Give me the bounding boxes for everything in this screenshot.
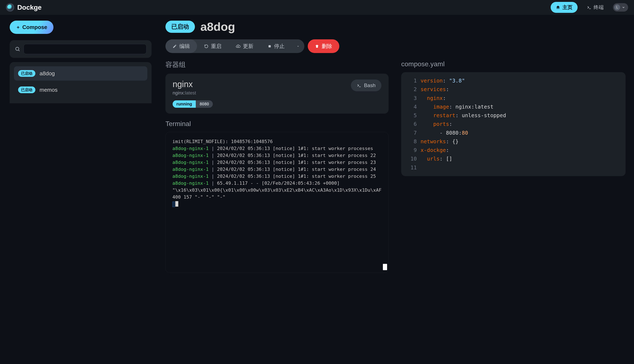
port-badge[interactable]: 8080 [196, 100, 213, 108]
brand[interactable]: Dockge [6, 3, 42, 12]
edit-button[interactable]: 编辑 [166, 39, 197, 53]
code-line: 5 restart: unless-stopped [406, 111, 620, 120]
chevron-down-icon [622, 6, 625, 9]
terminal-heading: Terminal [166, 120, 389, 128]
stack-list: 已启动a8dog已启动memos [10, 62, 152, 103]
stack-name: memos [40, 87, 58, 93]
svg-rect-1 [269, 45, 271, 47]
bash-button[interactable]: Bash [351, 80, 381, 91]
search-icon [15, 46, 20, 52]
compose-label: Compose [22, 24, 47, 30]
code-line: 3 nginx: [406, 94, 620, 102]
status-badge: 已启动 [18, 70, 35, 77]
action-row: 编辑 重启 更新 停止 删除 [166, 39, 625, 53]
caret-down-icon [296, 44, 300, 48]
svg-point-0 [16, 47, 19, 50]
trash-icon [315, 44, 319, 48]
code-line: 11 [406, 163, 620, 172]
terminal-icon [587, 5, 591, 10]
running-badge: running [173, 100, 196, 108]
sidebar: Compose 已启动a8dog已启动memos [0, 15, 161, 364]
container-card: nginxnginx:latestBashrunning8080 [166, 74, 389, 114]
code-line: 1version: "3.8" [406, 76, 620, 85]
restart-icon [204, 44, 208, 48]
code-line: 4 image: nginx:latest [406, 102, 620, 111]
terminal-scrollbar[interactable] [383, 264, 387, 270]
code-line: 8networks: {} [406, 137, 620, 146]
brand-name: Dockge [17, 4, 42, 11]
stop-icon [268, 44, 272, 48]
stop-button[interactable]: 停止 [261, 39, 292, 53]
code-line: 7 - 8080:80 [406, 128, 620, 137]
search-input[interactable] [24, 44, 147, 54]
code-line: 9x-dockge: [406, 146, 620, 154]
user-menu[interactable]: L [613, 3, 628, 12]
avatar: L [614, 4, 620, 10]
code-line: 2services: [406, 85, 620, 94]
update-button[interactable]: 更新 [229, 39, 261, 53]
stack-name: a8dog [40, 70, 55, 77]
container-name: nginx [173, 80, 196, 89]
container-image: nginx:latest [173, 90, 196, 96]
nav-terminal[interactable]: 终端 [582, 2, 609, 13]
nav-home-label: 主页 [562, 4, 572, 11]
sidebar-item-a8dog[interactable]: 已启动a8dog [14, 66, 147, 80]
nav-terminal-label: 终端 [593, 4, 604, 11]
nav-home[interactable]: 主页 [551, 2, 577, 13]
code-line: 6 ports: [406, 120, 620, 128]
logo-icon [6, 3, 14, 12]
code-line: 10 urls: [] [406, 154, 620, 163]
action-group: 编辑 重启 更新 停止 [166, 39, 304, 53]
page-title: a8dog [200, 20, 235, 34]
main: 已启动 a8dog 编辑 重启 更新 停止 [161, 15, 634, 364]
status-badge: 已启动 [18, 86, 35, 93]
restart-button[interactable]: 重启 [197, 39, 229, 53]
terminal-output[interactable]: imit(RLIMIT_NOFILE): 1048576:1048576a8do… [166, 132, 389, 273]
terminal-icon [357, 83, 361, 88]
compose-button[interactable]: Compose [10, 20, 54, 34]
compose-editor[interactable]: 1version: "3.8"2services:3 nginx:4 image… [401, 72, 625, 176]
status-pill: 已启动 [166, 20, 195, 33]
delete-button[interactable]: 删除 [308, 39, 339, 53]
sidebar-item-memos[interactable]: 已启动memos [14, 83, 147, 97]
cloud-download-icon [236, 44, 240, 48]
topbar-right: 主页 终端 L [551, 2, 628, 13]
plus-icon [16, 25, 20, 30]
search-card [10, 40, 152, 58]
topbar: Dockge 主页 终端 L [0, 0, 634, 15]
pencil-icon [173, 44, 177, 48]
containers-heading: 容器组 [166, 60, 389, 70]
more-actions-button[interactable] [292, 39, 304, 53]
compose-heading: compose.yaml [401, 60, 625, 68]
home-icon [556, 5, 560, 10]
